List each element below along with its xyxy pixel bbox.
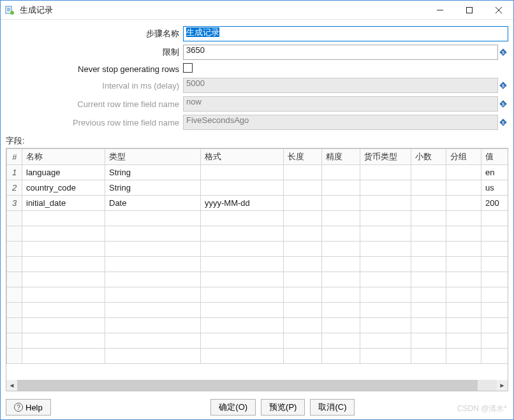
col-name[interactable]: 名称: [22, 149, 105, 165]
never-stop-checkbox[interactable]: [183, 63, 193, 73]
help-icon: ?: [14, 403, 23, 412]
cell-format[interactable]: yyyy-MM-dd: [201, 196, 284, 211]
maximize-button[interactable]: [455, 1, 484, 19]
horizontal-scrollbar[interactable]: ◄ ►: [6, 380, 508, 391]
cell-precision[interactable]: [322, 180, 360, 196]
table-row-empty[interactable]: [7, 333, 508, 349]
cell-n[interactable]: 3: [7, 196, 22, 211]
cell-type[interactable]: String: [105, 165, 201, 180]
cell-type[interactable]: String: [105, 180, 201, 196]
table-header-row: # 名称 类型 格式 长度 精度 货币类型 小数 分组 值: [7, 149, 508, 165]
window-title: 生成记录: [18, 4, 425, 16]
svg-text:$: $: [502, 102, 504, 106]
col-value[interactable]: 值: [481, 149, 508, 165]
ok-button[interactable]: 确定(O): [210, 399, 256, 416]
cell-n[interactable]: 2: [7, 180, 22, 196]
app-icon: [1, 5, 18, 15]
scroll-right-arrow[interactable]: ►: [497, 380, 508, 391]
cell-precision[interactable]: [322, 165, 360, 180]
cell-format[interactable]: [201, 165, 284, 180]
current-row-input: now: [183, 96, 498, 112]
col-currency[interactable]: 货币类型: [360, 149, 411, 165]
form: 步骤名称 生成记录 限制 3650 $ Never stop generatin…: [6, 26, 508, 130]
cell-group[interactable]: [446, 196, 481, 211]
cell-currency[interactable]: [360, 165, 411, 180]
svg-text:$: $: [502, 50, 504, 55]
table-row-empty[interactable]: [7, 303, 508, 318]
cell-group[interactable]: [446, 165, 481, 180]
limit-input[interactable]: 3650: [183, 45, 498, 60]
limit-label: 限制: [6, 47, 183, 58]
previous-row-input: FiveSecondsAgo: [183, 115, 498, 130]
cancel-button[interactable]: 取消(C): [310, 399, 355, 416]
fields-table[interactable]: # 名称 类型 格式 长度 精度 货币类型 小数 分组 值 1languageS: [6, 148, 508, 364]
table-row-empty[interactable]: [7, 287, 508, 303]
content-area: 步骤名称 生成记录 限制 3650 $ Never stop generatin…: [1, 20, 513, 395]
col-length[interactable]: 长度: [284, 149, 322, 165]
table-row[interactable]: 1languageStringen: [7, 165, 508, 180]
cell-name[interactable]: initial_date: [22, 196, 105, 211]
cell-decimal[interactable]: [411, 180, 446, 196]
table-row-empty[interactable]: [7, 272, 508, 287]
scroll-left-arrow[interactable]: ◄: [6, 380, 17, 391]
cell-precision[interactable]: [322, 196, 360, 211]
svg-text:$: $: [502, 83, 504, 88]
svg-text:$: $: [502, 120, 504, 125]
step-name-input[interactable]: 生成记录: [183, 26, 508, 41]
variable-icon: $: [498, 97, 508, 111]
col-type[interactable]: 类型: [105, 149, 201, 165]
cell-value[interactable]: en: [481, 165, 508, 180]
table-row[interactable]: 3initial_dateDateyyyy-MM-dd200: [7, 196, 508, 211]
variable-icon: $: [498, 115, 508, 129]
fields-table-scroll[interactable]: # 名称 类型 格式 长度 精度 货币类型 小数 分组 值 1languageS: [6, 148, 508, 380]
cell-decimal[interactable]: [411, 165, 446, 180]
interval-label: Interval in ms (delay): [6, 81, 183, 91]
cell-value[interactable]: us: [481, 180, 508, 196]
cell-name[interactable]: country_code: [22, 180, 105, 196]
preview-button[interactable]: 预览(P): [261, 399, 305, 416]
close-button[interactable]: [484, 1, 513, 19]
col-precision[interactable]: 精度: [322, 149, 360, 165]
col-group[interactable]: 分组: [446, 149, 481, 165]
fields-table-container: # 名称 类型 格式 长度 精度 货币类型 小数 分组 值 1languageS: [6, 148, 508, 391]
cell-currency[interactable]: [360, 180, 411, 196]
cell-n[interactable]: 1: [7, 165, 22, 180]
never-stop-label: Never stop generating rows: [6, 64, 183, 74]
scroll-thumb[interactable]: [17, 380, 478, 391]
cell-length[interactable]: [284, 196, 322, 211]
cell-length[interactable]: [284, 180, 322, 196]
cell-type[interactable]: Date: [105, 196, 201, 211]
cell-format[interactable]: [201, 180, 284, 196]
fields-section-label: 字段:: [6, 135, 508, 147]
cell-currency[interactable]: [360, 196, 411, 211]
cell-value[interactable]: 200: [481, 196, 508, 211]
cell-name[interactable]: language: [22, 165, 105, 180]
step-name-label: 步骤名称: [6, 28, 183, 40]
footer: ? Help 确定(O) 预览(P) 取消(C): [1, 395, 513, 419]
variable-icon: $: [498, 78, 508, 92]
minimize-button[interactable]: [425, 1, 455, 19]
table-row-empty[interactable]: [7, 211, 508, 226]
col-decimal[interactable]: 小数: [411, 149, 446, 165]
table-row-empty[interactable]: [7, 242, 508, 257]
cell-decimal[interactable]: [411, 196, 446, 211]
cell-group[interactable]: [446, 180, 481, 196]
help-button[interactable]: ? Help: [6, 399, 51, 416]
variable-icon[interactable]: $: [498, 45, 508, 59]
dialog-window: 生成记录 步骤名称 生成记录 限制 3650: [0, 0, 514, 420]
table-row-empty[interactable]: [7, 257, 508, 272]
svg-rect-6: [467, 7, 473, 13]
previous-row-label: Previous row time field name: [6, 118, 183, 127]
table-row-empty[interactable]: [7, 226, 508, 242]
table-row-empty[interactable]: [7, 349, 508, 364]
svg-point-4: [10, 11, 14, 15]
col-format[interactable]: 格式: [201, 149, 284, 165]
current-row-label: Current row time field name: [6, 99, 183, 109]
cell-length[interactable]: [284, 165, 322, 180]
window-controls: [425, 1, 513, 19]
step-name-value: 生成记录: [186, 27, 219, 37]
table-row-empty[interactable]: [7, 318, 508, 333]
scroll-track[interactable]: [17, 380, 497, 391]
table-row[interactable]: 2country_codeStringus: [7, 180, 508, 196]
col-rownum[interactable]: #: [7, 149, 22, 165]
